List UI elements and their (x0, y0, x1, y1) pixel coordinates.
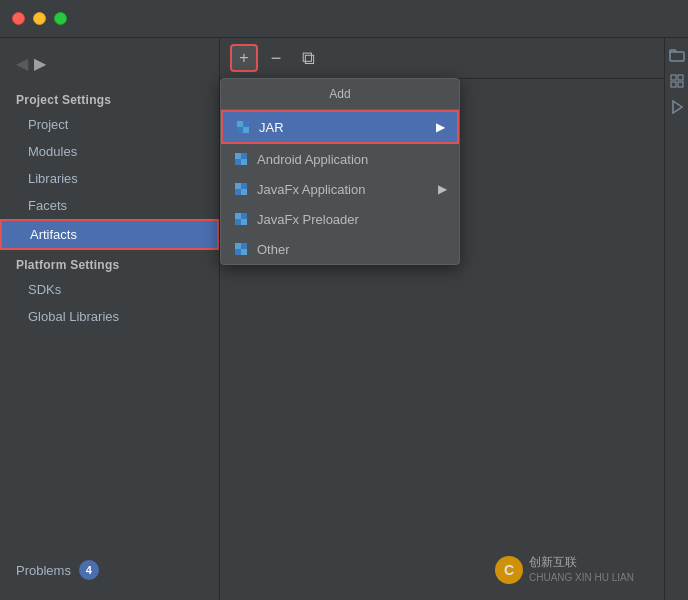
platform-settings-header: Platform Settings (0, 250, 219, 276)
svg-rect-21 (671, 75, 676, 80)
dropdown-menu: Add JAR ▶ (220, 78, 460, 265)
svg-rect-13 (241, 213, 247, 219)
minimize-button[interactable] (33, 12, 46, 25)
dropdown-item-javafx-preloader[interactable]: JavaFx Preloader (221, 204, 459, 234)
svg-rect-11 (241, 189, 247, 195)
svg-rect-0 (237, 121, 243, 127)
watermark: C 创新互联 CHUANG XIN HU LIAN (495, 555, 634, 584)
android-label: Android Application (257, 152, 368, 167)
svg-rect-2 (237, 127, 243, 133)
dropdown-item-other[interactable]: Other (221, 234, 459, 264)
sidebar: ◀ ▶ Project Settings Project Modules Lib… (0, 38, 220, 600)
nav-back-button[interactable]: ◀ (16, 54, 28, 73)
watermark-logo: C (495, 556, 523, 584)
svg-rect-6 (235, 159, 241, 165)
javafx-preloader-label: JavaFx Preloader (257, 212, 359, 227)
sidebar-item-facets[interactable]: Facets (0, 192, 219, 219)
svg-rect-3 (243, 127, 249, 133)
problems-row[interactable]: Problems 4 (0, 552, 219, 588)
svg-rect-14 (235, 219, 241, 225)
sidebar-item-project[interactable]: Project (0, 111, 219, 138)
other-icon (233, 241, 249, 257)
sidebar-item-libraries[interactable]: Libraries (0, 165, 219, 192)
sidebar-item-sdks[interactable]: SDKs (0, 276, 219, 303)
svg-rect-1 (243, 121, 249, 127)
svg-rect-22 (678, 75, 683, 80)
dropdown-item-jar[interactable]: JAR ▶ (221, 110, 459, 144)
svg-rect-8 (235, 183, 241, 189)
svg-rect-10 (235, 189, 241, 195)
close-button[interactable] (12, 12, 25, 25)
dropdown-header: Add (221, 79, 459, 110)
android-icon (233, 151, 249, 167)
add-dropdown: Add JAR ▶ (220, 78, 460, 265)
javafx-app-label: JavaFx Application (257, 182, 365, 197)
svg-rect-15 (241, 219, 247, 225)
watermark-text: 创新互联 CHUANG XIN HU LIAN (529, 555, 634, 584)
right-panel (664, 38, 688, 600)
sidebar-item-global-libraries[interactable]: Global Libraries (0, 303, 219, 330)
add-icon: + (239, 49, 248, 67)
copy-icon: ⧉ (302, 48, 315, 69)
svg-rect-7 (241, 159, 247, 165)
main-layout: ◀ ▶ Project Settings Project Modules Lib… (0, 38, 688, 600)
nav-forward-button[interactable]: ▶ (34, 54, 46, 73)
jar-icon (235, 119, 251, 135)
svg-rect-19 (241, 249, 247, 255)
problems-label: Problems (16, 563, 71, 578)
add-button[interactable]: + (230, 44, 258, 72)
svg-rect-24 (678, 82, 683, 87)
play-icon[interactable] (668, 98, 686, 116)
dropdown-item-android[interactable]: Android Application (221, 144, 459, 174)
svg-rect-4 (235, 153, 241, 159)
jar-submenu-arrow: ▶ (436, 120, 445, 134)
watermark-line2: CHUANG XIN HU LIAN (529, 571, 634, 584)
svg-rect-20 (670, 52, 684, 61)
project-settings-header: Project Settings (0, 85, 219, 111)
watermark-line1: 创新互联 (529, 555, 634, 571)
javafx-preloader-icon (233, 211, 249, 227)
traffic-lights (12, 12, 67, 25)
javafx-app-submenu-arrow: ▶ (438, 182, 447, 196)
copy-button[interactable]: ⧉ (294, 44, 322, 72)
minus-icon: − (271, 48, 282, 69)
sidebar-item-artifacts[interactable]: Artifacts (0, 219, 219, 250)
dropdown-item-javafx-app[interactable]: JavaFx Application ▶ (221, 174, 459, 204)
titlebar (0, 0, 688, 38)
remove-button[interactable]: − (262, 44, 290, 72)
sidebar-item-modules[interactable]: Modules (0, 138, 219, 165)
svg-rect-16 (235, 243, 241, 249)
grid-icon[interactable] (668, 72, 686, 90)
nav-arrows: ◀ ▶ (0, 50, 219, 85)
folder-icon[interactable] (668, 46, 686, 64)
toolbar: + − ⧉ Add (220, 38, 664, 79)
jar-label: JAR (259, 120, 284, 135)
problems-badge: 4 (79, 560, 99, 580)
svg-rect-5 (241, 153, 247, 159)
content-area: + − ⧉ Add (220, 38, 664, 600)
svg-rect-18 (235, 249, 241, 255)
svg-marker-25 (673, 101, 682, 113)
svg-rect-23 (671, 82, 676, 87)
svg-rect-17 (241, 243, 247, 249)
svg-rect-9 (241, 183, 247, 189)
other-label: Other (257, 242, 290, 257)
maximize-button[interactable] (54, 12, 67, 25)
javafx-app-icon (233, 181, 249, 197)
svg-rect-12 (235, 213, 241, 219)
